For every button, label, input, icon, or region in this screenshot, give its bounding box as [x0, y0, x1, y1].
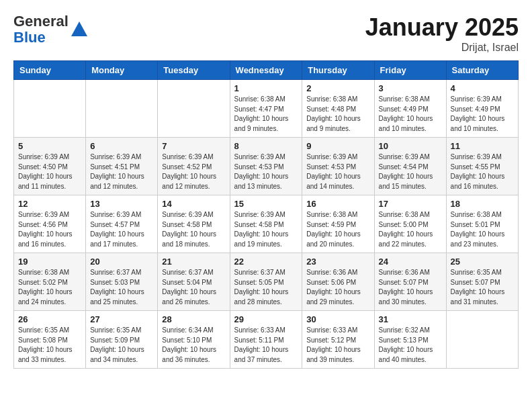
calendar-cell: 7Sunrise: 6:39 AM Sunset: 4:52 PM Daylig… — [158, 138, 230, 195]
day-info: Sunrise: 6:39 AM Sunset: 4:58 PM Dayligh… — [234, 210, 298, 249]
calendar-cell: 10Sunrise: 6:39 AM Sunset: 4:54 PM Dayli… — [374, 138, 446, 195]
calendar-cell — [14, 80, 86, 138]
calendar-cell: 15Sunrise: 6:39 AM Sunset: 4:58 PM Dayli… — [230, 195, 302, 253]
day-info: Sunrise: 6:38 AM Sunset: 4:59 PM Dayligh… — [306, 210, 369, 249]
calendar-cell: 30Sunrise: 6:33 AM Sunset: 5:12 PM Dayli… — [302, 311, 374, 369]
day-number: 30 — [306, 314, 369, 324]
day-info: Sunrise: 6:37 AM Sunset: 5:03 PM Dayligh… — [90, 268, 153, 307]
day-info: Sunrise: 6:32 AM Sunset: 5:13 PM Dayligh… — [379, 326, 442, 365]
day-info: Sunrise: 6:37 AM Sunset: 5:04 PM Dayligh… — [162, 268, 225, 307]
logo-general-text: General — [13, 13, 69, 30]
day-info: Sunrise: 6:39 AM Sunset: 4:55 PM Dayligh… — [451, 152, 514, 191]
calendar-cell: 20Sunrise: 6:37 AM Sunset: 5:03 PM Dayli… — [86, 253, 158, 311]
day-number: 23 — [306, 257, 369, 267]
calendar-cell: 5Sunrise: 6:39 AM Sunset: 4:50 PM Daylig… — [14, 138, 86, 195]
day-info: Sunrise: 6:38 AM Sunset: 4:48 PM Dayligh… — [306, 95, 369, 134]
calendar-day-header: Tuesday — [158, 61, 230, 80]
day-info: Sunrise: 6:39 AM Sunset: 4:56 PM Dayligh… — [18, 210, 81, 249]
calendar-day-header: Sunday — [14, 61, 86, 80]
day-number: 2 — [306, 83, 369, 93]
day-info: Sunrise: 6:39 AM Sunset: 4:49 PM Dayligh… — [451, 95, 514, 134]
calendar-cell: 28Sunrise: 6:34 AM Sunset: 5:10 PM Dayli… — [158, 311, 230, 369]
day-number: 31 — [379, 314, 442, 324]
day-number: 12 — [18, 199, 81, 209]
day-info: Sunrise: 6:39 AM Sunset: 4:53 PM Dayligh… — [306, 152, 369, 191]
day-number: 16 — [306, 199, 369, 209]
day-info: Sunrise: 6:39 AM Sunset: 4:50 PM Dayligh… — [18, 152, 81, 191]
day-info: Sunrise: 6:39 AM Sunset: 4:54 PM Dayligh… — [379, 152, 442, 191]
day-info: Sunrise: 6:37 AM Sunset: 5:05 PM Dayligh… — [234, 268, 298, 307]
calendar-cell: 23Sunrise: 6:36 AM Sunset: 5:06 PM Dayli… — [302, 253, 374, 311]
logo-icon — [70, 20, 89, 39]
day-number: 28 — [162, 314, 225, 324]
calendar-cell: 6Sunrise: 6:39 AM Sunset: 4:51 PM Daylig… — [86, 138, 158, 195]
day-info: Sunrise: 6:35 AM Sunset: 5:09 PM Dayligh… — [90, 326, 153, 365]
day-number: 20 — [90, 257, 153, 267]
day-number: 7 — [162, 141, 225, 151]
calendar-cell — [158, 80, 230, 138]
day-info: Sunrise: 6:33 AM Sunset: 5:12 PM Dayligh… — [306, 326, 369, 365]
calendar-week-row: 1Sunrise: 6:38 AM Sunset: 4:47 PM Daylig… — [14, 80, 519, 138]
day-info: Sunrise: 6:39 AM Sunset: 4:57 PM Dayligh… — [90, 210, 153, 249]
calendar-cell: 12Sunrise: 6:39 AM Sunset: 4:56 PM Dayli… — [14, 195, 86, 253]
calendar-cell: 13Sunrise: 6:39 AM Sunset: 4:57 PM Dayli… — [86, 195, 158, 253]
calendar-week-row: 12Sunrise: 6:39 AM Sunset: 4:56 PM Dayli… — [14, 195, 519, 253]
logo-blue-text: Blue — [13, 29, 46, 46]
day-number: 24 — [379, 257, 442, 267]
day-info: Sunrise: 6:36 AM Sunset: 5:07 PM Dayligh… — [379, 268, 442, 307]
calendar-cell: 18Sunrise: 6:38 AM Sunset: 5:01 PM Dayli… — [446, 195, 518, 253]
day-info: Sunrise: 6:33 AM Sunset: 5:11 PM Dayligh… — [234, 326, 298, 365]
logo: General Blue — [13, 13, 89, 46]
calendar-cell: 27Sunrise: 6:35 AM Sunset: 5:09 PM Dayli… — [86, 311, 158, 369]
calendar-cell: 26Sunrise: 6:35 AM Sunset: 5:08 PM Dayli… — [14, 311, 86, 369]
day-info: Sunrise: 6:38 AM Sunset: 5:01 PM Dayligh… — [451, 210, 514, 249]
day-number: 5 — [18, 141, 81, 151]
calendar-cell: 22Sunrise: 6:37 AM Sunset: 5:05 PM Dayli… — [230, 253, 302, 311]
day-number: 13 — [90, 199, 153, 209]
page-header: General Blue January 2025 Drijat, Israel — [13, 13, 519, 54]
calendar-header-row: SundayMondayTuesdayWednesdayThursdayFrid… — [14, 61, 519, 80]
calendar-cell: 4Sunrise: 6:39 AM Sunset: 4:49 PM Daylig… — [446, 80, 518, 138]
calendar-cell: 29Sunrise: 6:33 AM Sunset: 5:11 PM Dayli… — [230, 311, 302, 369]
calendar-day-header: Thursday — [302, 61, 374, 80]
day-info: Sunrise: 6:35 AM Sunset: 5:08 PM Dayligh… — [18, 326, 81, 365]
day-number: 10 — [379, 141, 442, 151]
day-number: 3 — [379, 83, 442, 93]
day-info: Sunrise: 6:36 AM Sunset: 5:06 PM Dayligh… — [306, 268, 369, 307]
calendar-day-header: Saturday — [446, 61, 518, 80]
calendar-week-row: 19Sunrise: 6:38 AM Sunset: 5:02 PM Dayli… — [14, 253, 519, 311]
calendar-cell — [86, 80, 158, 138]
calendar-cell: 31Sunrise: 6:32 AM Sunset: 5:13 PM Dayli… — [374, 311, 446, 369]
calendar-cell: 19Sunrise: 6:38 AM Sunset: 5:02 PM Dayli… — [14, 253, 86, 311]
day-info: Sunrise: 6:39 AM Sunset: 4:51 PM Dayligh… — [90, 152, 153, 191]
calendar-day-header: Wednesday — [230, 61, 302, 80]
calendar-cell: 17Sunrise: 6:38 AM Sunset: 5:00 PM Dayli… — [374, 195, 446, 253]
calendar-cell: 21Sunrise: 6:37 AM Sunset: 5:04 PM Dayli… — [158, 253, 230, 311]
day-info: Sunrise: 6:38 AM Sunset: 5:00 PM Dayligh… — [379, 210, 442, 249]
day-number: 18 — [451, 199, 514, 209]
day-number: 6 — [90, 141, 153, 151]
day-number: 27 — [90, 314, 153, 324]
calendar-day-header: Friday — [374, 61, 446, 80]
day-number: 26 — [18, 314, 81, 324]
calendar-cell: 14Sunrise: 6:39 AM Sunset: 4:58 PM Dayli… — [158, 195, 230, 253]
calendar-cell: 9Sunrise: 6:39 AM Sunset: 4:53 PM Daylig… — [302, 138, 374, 195]
day-number: 21 — [162, 257, 225, 267]
day-info: Sunrise: 6:38 AM Sunset: 5:02 PM Dayligh… — [18, 268, 81, 307]
day-number: 1 — [234, 83, 298, 93]
day-info: Sunrise: 6:35 AM Sunset: 5:07 PM Dayligh… — [451, 268, 514, 307]
calendar-cell: 2Sunrise: 6:38 AM Sunset: 4:48 PM Daylig… — [302, 80, 374, 138]
day-number: 25 — [451, 257, 514, 267]
calendar-cell: 16Sunrise: 6:38 AM Sunset: 4:59 PM Dayli… — [302, 195, 374, 253]
day-number: 15 — [234, 199, 298, 209]
calendar-cell: 3Sunrise: 6:38 AM Sunset: 4:49 PM Daylig… — [374, 80, 446, 138]
day-number: 14 — [162, 199, 225, 209]
calendar-cell: 8Sunrise: 6:39 AM Sunset: 4:53 PM Daylig… — [230, 138, 302, 195]
day-info: Sunrise: 6:38 AM Sunset: 4:49 PM Dayligh… — [379, 95, 442, 134]
location-text: Drijat, Israel — [365, 42, 519, 54]
calendar-week-row: 26Sunrise: 6:35 AM Sunset: 5:08 PM Dayli… — [14, 311, 519, 369]
day-number: 9 — [306, 141, 369, 151]
day-number: 17 — [379, 199, 442, 209]
day-number: 11 — [451, 141, 514, 151]
calendar-day-header: Monday — [86, 61, 158, 80]
